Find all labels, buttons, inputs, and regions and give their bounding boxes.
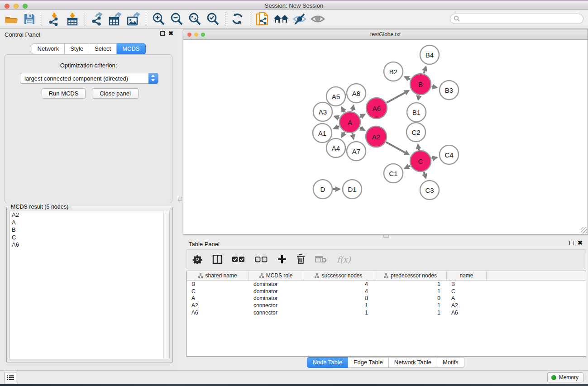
tab-edge-table[interactable]: Edge Table — [348, 357, 389, 368]
graph-node-C3[interactable]: C3 — [420, 181, 439, 200]
edge-A-A6[interactable] — [360, 114, 364, 117]
graph-node-D1[interactable]: D1 — [343, 180, 362, 199]
zoom-fit-button[interactable] — [187, 11, 202, 27]
table-row[interactable]: Cdominator41C — [187, 288, 586, 295]
criterion-dropdown[interactable]: largest connected component (directed) — [20, 73, 158, 84]
zoom-selected-button[interactable] — [205, 11, 220, 27]
import-table-button[interactable] — [65, 11, 80, 27]
refresh-layout-button[interactable] — [230, 11, 245, 27]
graph-node-A8[interactable]: A8 — [347, 84, 366, 103]
graph-node-C4[interactable]: C4 — [440, 145, 459, 164]
edge-C-C1[interactable] — [405, 166, 411, 168]
graph-node-A[interactable]: A — [339, 112, 360, 133]
graph-node-B4[interactable]: B4 — [420, 45, 439, 64]
edge-B-B2[interactable] — [405, 77, 410, 80]
cell-name[interactable]: C — [447, 288, 487, 295]
delete-column-button[interactable] — [296, 254, 305, 264]
delete-table-button[interactable] — [315, 256, 327, 263]
table-row[interactable]: Adominator80A — [187, 295, 586, 302]
graph-node-A4[interactable]: A4 — [326, 138, 345, 157]
cell-successor_nodes[interactable]: 8 — [303, 295, 374, 302]
zoom-in-button[interactable] — [151, 11, 166, 27]
ndex-home-button[interactable] — [273, 11, 289, 27]
graph-node-B2[interactable]: B2 — [384, 62, 403, 81]
cell-mcds_role[interactable]: dominator — [249, 288, 303, 295]
float-panel-icon[interactable] — [569, 241, 574, 245]
graph-node-A1[interactable]: A1 — [313, 124, 332, 143]
column-header-predecessor-nodes[interactable]: predecessor nodes — [374, 271, 447, 280]
edge-C-C3[interactable] — [424, 172, 425, 178]
show-details-button[interactable] — [310, 11, 325, 27]
search-input[interactable] — [460, 16, 583, 22]
edge-C-C2[interactable] — [418, 145, 419, 150]
cell-successor_nodes[interactable]: 1 — [303, 302, 374, 309]
result-list-item[interactable]: B — [10, 226, 169, 234]
edge-A-A7[interactable] — [352, 133, 354, 138]
zoom-out-button[interactable] — [169, 11, 184, 27]
edge-A2-C[interactable] — [386, 142, 409, 154]
cell-successor_nodes[interactable]: 1 — [303, 309, 374, 316]
open-session-button[interactable] — [4, 11, 19, 27]
edge-B-B4[interactable] — [424, 67, 425, 73]
result-list-item[interactable]: A — [10, 219, 169, 227]
import-network-button[interactable] — [47, 11, 62, 27]
memory-button[interactable]: Memory — [547, 372, 583, 382]
close-panel-icon[interactable]: ✖ — [168, 31, 173, 36]
vertical-split-divider[interactable] — [177, 29, 183, 370]
network-window-titlebar[interactable]: testGlobe.txt — [183, 29, 588, 40]
export-image-button[interactable] — [126, 11, 141, 27]
graph-node-A6[interactable]: A6 — [366, 98, 387, 119]
graph-node-B[interactable]: B — [410, 74, 431, 95]
cell-shared_name[interactable]: A2 — [187, 302, 249, 309]
edge-A-A1[interactable] — [334, 126, 339, 129]
table-row[interactable]: A2connector11A2 — [187, 302, 586, 309]
cell-name[interactable]: B — [447, 281, 487, 288]
result-list-scrollbar[interactable] — [163, 211, 169, 359]
tab-style[interactable]: Style — [65, 43, 89, 54]
tab-network-table[interactable]: Network Table — [389, 357, 437, 368]
tab-mcds[interactable]: MCDS — [117, 43, 145, 54]
cell-mcds_role[interactable]: dominator — [249, 295, 303, 302]
table-options-button[interactable] — [192, 254, 202, 264]
edge-B-B1[interactable] — [418, 95, 419, 100]
divider-handle[interactable] — [178, 197, 182, 201]
cell-name[interactable]: A — [447, 295, 487, 302]
edge-A-A2[interactable] — [360, 128, 364, 130]
save-session-button[interactable] — [22, 11, 37, 27]
tab-network[interactable]: Network — [31, 43, 65, 54]
result-list-item[interactable]: A2 — [10, 211, 169, 219]
cell-predecessor_nodes[interactable]: 1 — [374, 302, 447, 309]
tab-select[interactable]: Select — [89, 43, 117, 54]
window-resize-grip[interactable] — [581, 227, 587, 234]
graph-node-C[interactable]: C — [410, 151, 431, 172]
cell-successor_nodes[interactable]: 4 — [303, 281, 374, 288]
cell-mcds_role[interactable]: dominator — [249, 281, 303, 288]
create-column-button[interactable] — [277, 255, 287, 264]
export-network-button[interactable] — [90, 11, 105, 27]
graph-node-A7[interactable]: A7 — [347, 142, 366, 161]
tab-node-table[interactable]: Node Table — [306, 357, 348, 368]
graph-node-D[interactable]: D — [313, 180, 332, 199]
cell-name[interactable]: A6 — [447, 309, 487, 316]
function-builder-button[interactable]: f(x) — [337, 255, 351, 264]
column-header-successor-nodes[interactable]: successor nodes — [303, 271, 374, 280]
graph-node-A5[interactable]: A5 — [326, 87, 345, 106]
float-panel-icon[interactable] — [160, 31, 165, 36]
close-panel-button[interactable]: Close panel — [92, 88, 139, 99]
column-header-shared-name[interactable]: shared name — [187, 271, 249, 280]
column-header-name[interactable]: name — [447, 271, 487, 280]
graph-node-B1[interactable]: B1 — [407, 103, 426, 122]
graph-node-C2[interactable]: C2 — [406, 123, 425, 142]
hide-details-button[interactable] — [292, 11, 307, 27]
edge-A-A3[interactable] — [335, 116, 339, 118]
cell-shared_name[interactable]: A — [187, 295, 249, 302]
table-row[interactable]: A6connector11A6 — [187, 309, 586, 316]
divider-handle[interactable] — [383, 235, 389, 238]
new-network-from-file-button[interactable] — [255, 11, 270, 27]
graph-node-B3[interactable]: B3 — [440, 81, 459, 100]
deselect-all-button[interactable] — [255, 257, 268, 262]
cell-shared_name[interactable]: C — [187, 288, 249, 295]
graph-node-A3[interactable]: A3 — [313, 102, 332, 121]
cell-mcds_role[interactable]: connector — [249, 302, 303, 309]
table-row[interactable]: Bdominator41B — [187, 281, 586, 288]
